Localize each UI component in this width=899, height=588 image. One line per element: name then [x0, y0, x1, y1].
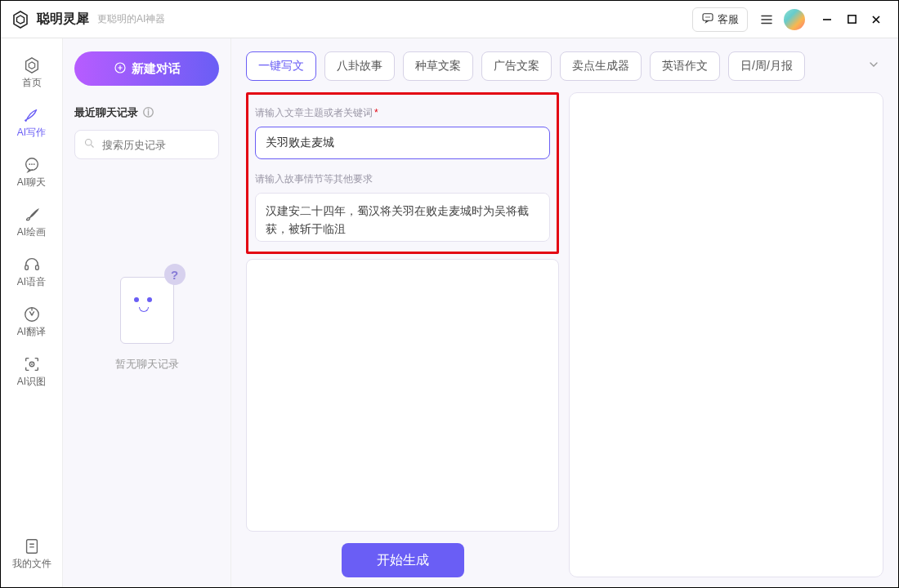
side-nav: 首页 AI写作 AI聊天 AI绘画 AI语音 AI翻译 [1, 38, 63, 587]
help-icon[interactable]: ⓘ [143, 105, 154, 120]
empty-document-icon: ? [110, 265, 184, 347]
file-icon [23, 537, 41, 555]
svg-point-6 [29, 163, 30, 165]
history-search[interactable] [74, 130, 219, 159]
nav-my-files[interactable]: 我的文件 [1, 529, 62, 579]
history-panel: 新建对话 最近聊天记录 ⓘ ? 暂无聊天记录 [63, 38, 231, 587]
svg-point-16 [86, 140, 92, 146]
svg-point-13 [31, 363, 33, 365]
nav-label: AI语音 [17, 275, 46, 289]
menu-icon[interactable] [756, 9, 777, 30]
nav-label: AI聊天 [17, 176, 46, 189]
topic-label: 请输入文章主题或者关键词* [255, 106, 550, 120]
nav-label: AI绘画 [17, 225, 46, 239]
history-section-title: 最近聊天记录 ⓘ [74, 105, 219, 120]
writing-template-tabs: 一键写文 八卦故事 种草文案 广告文案 卖点生成器 英语作文 日/周/月报 [246, 51, 883, 81]
translate-icon [23, 305, 41, 323]
avatar[interactable] [784, 9, 805, 30]
chat-bubble-icon [701, 11, 714, 27]
nav-ai-vision[interactable]: AI识图 [1, 347, 62, 397]
nav-ai-chat[interactable]: AI聊天 [1, 148, 62, 198]
topic-input[interactable] [255, 127, 550, 159]
nav-ai-painting[interactable]: AI绘画 [1, 198, 62, 247]
tab-english-essay[interactable]: 英语作文 [650, 51, 720, 81]
brush-icon [23, 206, 41, 224]
output-panel [569, 92, 883, 577]
tab-gossip-story[interactable]: 八卦故事 [324, 51, 395, 81]
nav-ai-translate[interactable]: AI翻译 [1, 297, 62, 347]
svg-rect-14 [26, 540, 37, 554]
required-star-icon: * [374, 107, 378, 118]
support-button[interactable]: 客服 [692, 7, 748, 32]
history-empty-text: 暂无聊天记录 [115, 357, 179, 372]
nav-label: AI写作 [17, 126, 46, 140]
detail-textarea-top[interactable] [255, 193, 550, 242]
app-subtitle: 更聪明的AI神器 [97, 12, 165, 26]
app-title: 聪明灵犀 [37, 11, 89, 28]
input-form: 请输入文章主题或者关键词* 请输入故事情节等其他要求 开始生成 [246, 92, 559, 577]
nav-home[interactable]: 首页 [1, 48, 62, 98]
new-chat-label: 新建对话 [132, 61, 181, 77]
tab-daily-report[interactable]: 日/周/月报 [728, 51, 805, 81]
support-label: 客服 [718, 12, 739, 27]
svg-rect-4 [848, 16, 855, 23]
window-close-icon[interactable] [864, 7, 888, 32]
nav-label: 我的文件 [12, 557, 51, 571]
svg-rect-9 [25, 265, 28, 270]
app-logo-icon [11, 10, 30, 29]
main-content: 一键写文 八卦故事 种草文案 广告文案 卖点生成器 英语作文 日/周/月报 请输… [231, 38, 898, 587]
highlighted-input-area: 请输入文章主题或者关键词* 请输入故事情节等其他要求 [246, 92, 559, 254]
nav-label: 首页 [22, 76, 42, 90]
vision-icon [23, 355, 41, 373]
home-hex-icon [23, 56, 41, 74]
nav-label: AI识图 [17, 375, 46, 389]
search-icon [83, 137, 96, 152]
nav-label: AI翻译 [17, 325, 46, 339]
tab-grass-copy[interactable]: 种草文案 [403, 51, 473, 81]
app-window: 聪明灵犀 更聪明的AI神器 客服 首页 AI写作 AI聊天 [0, 0, 899, 588]
plus-icon [114, 61, 127, 77]
detail-label: 请输入故事情节等其他要求 [255, 172, 550, 186]
tabs-expand-button[interactable] [864, 55, 883, 78]
headset-icon [23, 256, 41, 274]
tab-selling-points[interactable]: 卖点生成器 [560, 51, 642, 81]
svg-point-1 [705, 16, 706, 17]
svg-point-7 [31, 163, 33, 165]
window-minimize-icon[interactable] [815, 7, 839, 32]
chat-icon [23, 156, 41, 174]
svg-rect-10 [35, 265, 38, 270]
nav-ai-writing[interactable]: AI写作 [1, 98, 62, 148]
new-chat-button[interactable]: 新建对话 [74, 51, 219, 86]
svg-point-3 [709, 16, 709, 17]
svg-point-2 [707, 16, 708, 17]
svg-point-8 [33, 163, 34, 165]
pen-icon [23, 106, 41, 124]
tab-ad-copy[interactable]: 广告文案 [481, 51, 552, 81]
nav-ai-voice[interactable]: AI语音 [1, 247, 62, 297]
detail-textarea[interactable] [246, 259, 559, 532]
history-search-input[interactable] [102, 139, 239, 151]
history-empty-state: ? 暂无聊天记录 [74, 265, 219, 574]
generate-button[interactable]: 开始生成 [342, 543, 464, 577]
window-maximize-icon[interactable] [839, 7, 864, 32]
tab-one-click-writing[interactable]: 一键写文 [246, 51, 316, 81]
titlebar: 聪明灵犀 更聪明的AI神器 客服 [1, 1, 898, 38]
